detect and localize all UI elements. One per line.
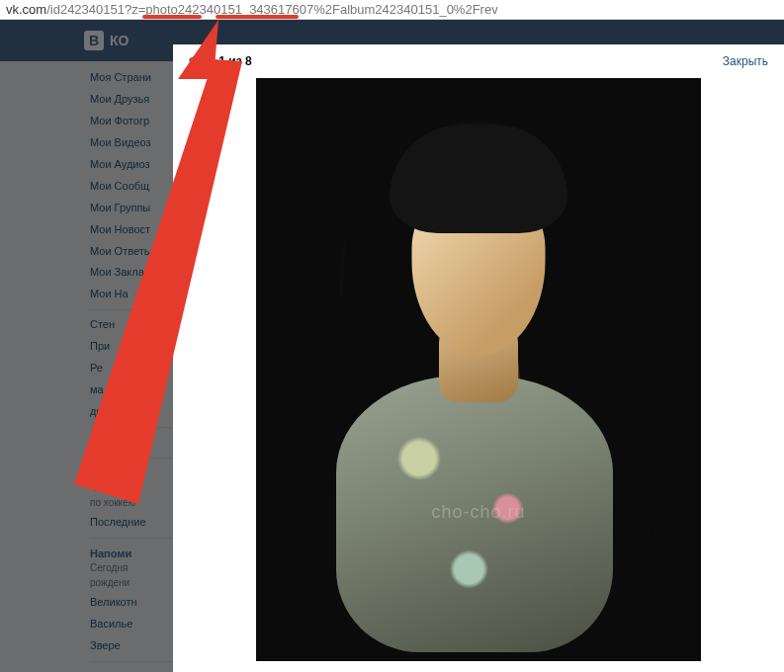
url-host: vk.com	[6, 2, 46, 17]
counter-prefix: Ф	[189, 54, 199, 68]
photo-counter: Ф 1 из 8	[189, 54, 252, 68]
photo-viewer: Ф 1 из 8 Закрыть cho-cho.ru	[173, 44, 784, 672]
url-rest: %2Falbum242340151_0%2Frev	[313, 2, 497, 17]
counter-number: 1 из 8	[218, 54, 251, 68]
photo-image[interactable]: cho-cho.ru	[256, 78, 701, 661]
viewer-header: Ф 1 из 8 Закрыть	[173, 44, 784, 78]
photo-shape	[390, 125, 567, 233]
close-button[interactable]: Закрыть	[723, 54, 768, 68]
watermark: cho-cho.ru	[431, 502, 525, 523]
url-highlighted: photo242340151_343617607	[145, 2, 313, 17]
url-path: /id242340151?z=	[46, 2, 145, 17]
address-bar[interactable]: vk.com/id242340151?z=photo242340151_3436…	[0, 0, 784, 20]
